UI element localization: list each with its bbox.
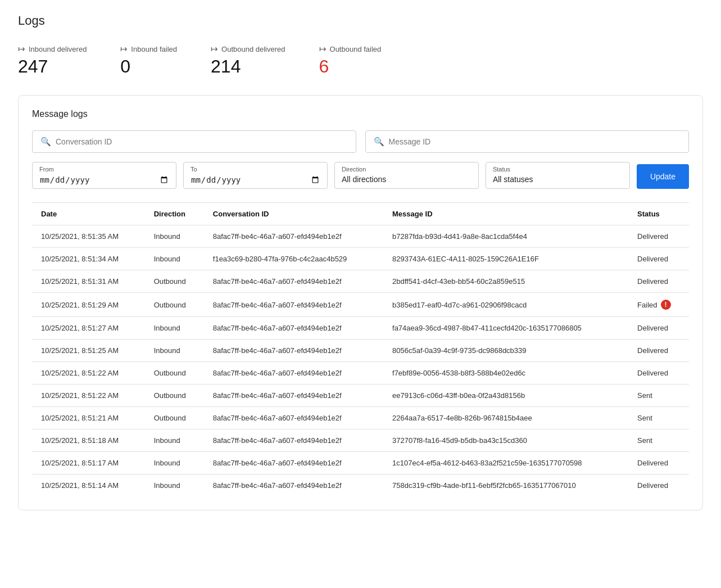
cell-conversation-id: 8afac7ff-be4c-46a7-a607-efd494eb1e2f: [204, 385, 383, 407]
cell-direction: Inbound: [145, 429, 204, 452]
cell-direction: Inbound: [145, 340, 204, 362]
table-row[interactable]: 10/25/2021, 8:51:17 AMInbound8afac7ff-be…: [32, 452, 689, 474]
cell-conversation-id: 8afac7ff-be4c-46a7-a607-efd494eb1e2f: [204, 407, 383, 429]
cell-message-id: 8293743A-61EC-4A11-8025-159C26A1E16F: [383, 248, 628, 270]
stat-label-inbound-failed: ↦ Inbound failed: [120, 44, 177, 54]
direction-select[interactable]: All directionsInboundOutbound: [342, 175, 471, 184]
message-id-search[interactable]: 🔍: [365, 130, 690, 153]
cell-message-id: 8056c5af-0a39-4c9f-9735-dc9868dcb339: [383, 340, 628, 362]
table-row[interactable]: 10/25/2021, 8:51:22 AMOutbound8afac7ff-b…: [32, 362, 689, 385]
col-conversation-id: Conversation ID: [204, 203, 383, 225]
stat-outbound-failed: ↦ Outbound failed 6: [319, 44, 382, 77]
cell-date: 10/25/2021, 8:51:18 AM: [32, 429, 145, 452]
cell-direction: Inbound: [145, 474, 204, 497]
cell-conversation-id: 8afac7ff-be4c-46a7-a607-efd494eb1e2f: [204, 362, 383, 385]
cell-direction: Inbound: [145, 317, 204, 340]
conversation-search-icon: 🔍: [40, 137, 51, 147]
cell-date: 10/25/2021, 8:51:25 AM: [32, 340, 145, 362]
cell-conversation-id: 8afac7ff-be4c-46a7-a607-efd494eb1e2f: [204, 270, 383, 293]
cell-conversation-id: 8afac7ff-be4c-46a7-a607-efd494eb1e2f: [204, 474, 383, 497]
stat-outbound-delivered: ↦ Outbound delivered 214: [211, 44, 285, 77]
cell-message-id: 2264aa7a-6517-4e8b-826b-9674815b4aee: [383, 407, 628, 429]
stats-row: ↦ Inbound delivered 247 ↦ Inbound failed…: [18, 44, 703, 77]
table-row[interactable]: 10/25/2021, 8:51:34 AMInboundf1ea3c69-b2…: [32, 248, 689, 270]
header-row: DateDirectionConversation IDMessage IDSt…: [32, 203, 689, 225]
message-search-icon: 🔍: [374, 137, 384, 147]
cell-status: Delivered: [628, 474, 689, 497]
from-date-wrap[interactable]: From: [32, 162, 176, 189]
cell-date: 10/25/2021, 8:51:31 AM: [32, 270, 145, 293]
cell-date: 10/25/2021, 8:51:29 AM: [32, 293, 145, 317]
stat-value-inbound-delivered: 247: [18, 56, 87, 77]
cell-status: Sent: [628, 429, 689, 452]
to-date-wrap[interactable]: To: [183, 162, 328, 189]
cell-date: 10/25/2021, 8:51:27 AM: [32, 317, 145, 340]
update-button[interactable]: Update: [637, 164, 689, 189]
stat-label-inbound-delivered: ↦ Inbound delivered: [18, 44, 87, 54]
table-row[interactable]: 10/25/2021, 8:51:22 AMOutbound8afac7ff-b…: [32, 385, 689, 407]
cell-direction: Outbound: [145, 407, 204, 429]
cell-message-id: f7ebf89e-0056-4538-b8f3-588b4e02ed6c: [383, 362, 628, 385]
table-body: 10/25/2021, 8:51:35 AMInbound8afac7ff-be…: [32, 225, 689, 497]
cell-direction: Inbound: [145, 225, 204, 248]
page-title: Logs: [18, 13, 703, 28]
table-row[interactable]: 10/25/2021, 8:51:21 AMOutbound8afac7ff-b…: [32, 407, 689, 429]
cell-message-id: 372707f8-fa16-45d9-b5db-ba43c15cd360: [383, 429, 628, 452]
cell-message-id: 758dc319-cf9b-4ade-bf11-6ebf5f2fcb65-163…: [383, 474, 628, 497]
status-select[interactable]: All statusesDeliveredFailedSent: [493, 175, 623, 184]
to-date-input[interactable]: [191, 175, 320, 185]
status-label: Status: [493, 166, 623, 173]
cell-date: 10/25/2021, 8:51:35 AM: [32, 225, 145, 248]
stat-inbound-failed: ↦ Inbound failed 0: [120, 44, 177, 77]
stat-value-outbound-delivered: 214: [211, 56, 285, 77]
search-row: 🔍 🔍: [32, 130, 689, 153]
cell-status: Delivered: [628, 317, 689, 340]
card-title: Message logs: [32, 109, 689, 119]
table-row[interactable]: 10/25/2021, 8:51:35 AMInbound8afac7ff-be…: [32, 225, 689, 248]
table-row[interactable]: 10/25/2021, 8:51:27 AMInbound8afac7ff-be…: [32, 317, 689, 340]
cell-status: Delivered: [628, 362, 689, 385]
table-row[interactable]: 10/25/2021, 8:51:18 AMInbound8afac7ff-be…: [32, 429, 689, 452]
logs-table: DateDirectionConversation IDMessage IDSt…: [32, 203, 689, 496]
cell-message-id: ee7913c6-c06d-43ff-b0ea-0f2a43d8156b: [383, 385, 628, 407]
cell-date: 10/25/2021, 8:51:34 AM: [32, 248, 145, 270]
col-date: Date: [32, 203, 145, 225]
cell-direction: Inbound: [145, 452, 204, 474]
cell-status: Delivered: [628, 340, 689, 362]
failed-icon: !: [661, 300, 671, 310]
conversation-id-input[interactable]: [56, 137, 348, 146]
table-row[interactable]: 10/25/2021, 8:51:31 AMOutbound8afac7ff-b…: [32, 270, 689, 293]
cell-status: Delivered: [628, 452, 689, 474]
cell-date: 10/25/2021, 8:51:22 AM: [32, 385, 145, 407]
from-label: From: [39, 166, 169, 173]
cell-direction: Outbound: [145, 270, 204, 293]
cell-status: Delivered: [628, 248, 689, 270]
cell-conversation-id: 8afac7ff-be4c-46a7-a607-efd494eb1e2f: [204, 317, 383, 340]
status-select-wrap[interactable]: Status All statusesDeliveredFailedSent: [486, 162, 630, 189]
cell-conversation-id: 8afac7ff-be4c-46a7-a607-efd494eb1e2f: [204, 225, 383, 248]
stat-icon-outbound-failed: ↦: [319, 44, 327, 54]
direction-label: Direction: [342, 166, 471, 173]
table-row[interactable]: 10/25/2021, 8:51:29 AMOutbound8afac7ff-b…: [32, 293, 689, 317]
col-status: Status: [628, 203, 689, 225]
conversation-id-search[interactable]: 🔍: [32, 130, 356, 153]
cell-status: Sent: [628, 385, 689, 407]
stat-icon-inbound-failed: ↦: [120, 44, 128, 54]
stat-label-outbound-delivered: ↦ Outbound delivered: [211, 44, 285, 54]
cell-conversation-id: 8afac7ff-be4c-46a7-a607-efd494eb1e2f: [204, 293, 383, 317]
stat-label-outbound-failed: ↦ Outbound failed: [319, 44, 382, 54]
from-date-input[interactable]: [39, 175, 169, 185]
cell-status: Delivered: [628, 270, 689, 293]
table-row[interactable]: 10/25/2021, 8:51:25 AMInbound8afac7ff-be…: [32, 340, 689, 362]
col-message-id: Message ID: [383, 203, 628, 225]
cell-status: Sent: [628, 407, 689, 429]
direction-select-wrap[interactable]: Direction All directionsInboundOutbound: [334, 162, 479, 189]
table-row[interactable]: 10/25/2021, 8:51:14 AMInbound8afac7ff-be…: [32, 474, 689, 497]
filters-section: 🔍 🔍 From To Direction: [32, 130, 689, 189]
cell-conversation-id: 8afac7ff-be4c-46a7-a607-efd494eb1e2f: [204, 340, 383, 362]
message-id-input[interactable]: [389, 137, 681, 146]
cell-status: Failed!: [628, 293, 689, 317]
stat-icon-inbound-delivered: ↦: [18, 44, 25, 54]
cell-message-id: 1c107ec4-ef5a-4612-b463-83a2f521c59e-163…: [383, 452, 628, 474]
cell-date: 10/25/2021, 8:51:21 AM: [32, 407, 145, 429]
